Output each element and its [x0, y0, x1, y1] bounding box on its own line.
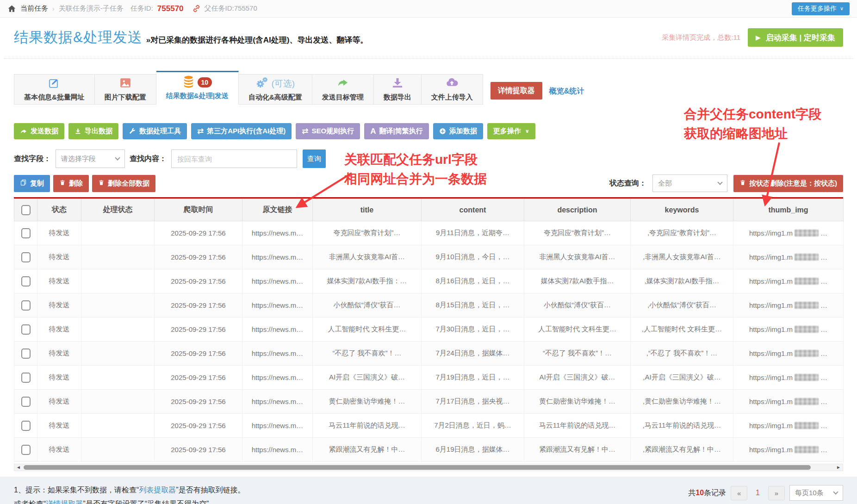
current-page: 1: [752, 489, 764, 497]
start-collect-label: 启动采集 | 定时采集: [766, 32, 835, 43]
tab-result-data[interactable]: 10结果数据&处理|发送: [156, 71, 239, 105]
pagination: 共10条记录 « 1 » 每页10条: [688, 483, 843, 501]
page-size-select[interactable]: 每页10条: [789, 485, 843, 501]
cell-crawl-time: 2025-09-29 17:56: [155, 414, 242, 438]
scroll-right-icon[interactable]: ►: [834, 464, 843, 471]
search-input[interactable]: [171, 149, 297, 168]
tab-iconrow: [391, 77, 404, 90]
cell-status: 待发送: [37, 221, 81, 245]
thumb-url-prefix: https://img1.m: [749, 422, 793, 429]
prev-page-button[interactable]: «: [731, 486, 747, 500]
bulk-row: 复制 删除 删除全部数据 状态查询： 全部 按状态删除(注意是：按状态): [14, 174, 843, 192]
row-checkbox[interactable]: [21, 228, 31, 238]
more-actions-button[interactable]: 更多操作∨: [487, 123, 535, 139]
status-query-select[interactable]: 全部: [652, 174, 727, 192]
cell-source-url: https://news.m…: [242, 221, 313, 245]
export-data-button[interactable]: 导出数据: [68, 123, 118, 139]
record-count: 共10条记录: [688, 488, 726, 498]
tab-iconrow: 10: [183, 76, 212, 89]
cell-source-url: https://news.m…: [242, 269, 313, 293]
cell-crawl-time: 2025-09-29 17:56: [155, 245, 242, 269]
trash-icon: [739, 179, 746, 187]
query-button[interactable]: 查询: [303, 149, 326, 168]
send-data-button[interactable]: 发送数据: [14, 123, 64, 139]
tab-send-target[interactable]: 发送目标管理: [312, 74, 374, 105]
send-data-label: 发送数据: [31, 127, 58, 136]
translate-button[interactable]: A翻译|简繁执行: [364, 123, 428, 139]
tab-basic-info[interactable]: 基本信息&批量网址: [14, 74, 95, 105]
list-extractor-link[interactable]: 列表提取器: [139, 486, 176, 494]
thumb-url-ellipsis: …: [820, 253, 827, 261]
cell-description: “不忍了 我不喜欢”！…: [524, 342, 631, 366]
thumb-url-ellipsis: …: [820, 422, 827, 429]
plus-icon: [439, 128, 446, 135]
cell-process-status: [81, 317, 155, 342]
data-process-tools-label: 数据处理工具: [139, 127, 181, 136]
row-checkbox[interactable]: [21, 445, 31, 455]
thumb-url-ellipsis: …: [820, 446, 827, 454]
data-process-tools-button[interactable]: 数据处理工具: [123, 123, 187, 139]
horizontal-scrollbar[interactable]: ◄ ►: [14, 464, 843, 471]
cell-thumb-img: https://img1.m…: [733, 269, 844, 293]
cell-checkbox: [14, 269, 37, 293]
row-checkbox[interactable]: [21, 421, 31, 431]
cell-keywords: ,“不忍了 我不喜欢”！…: [631, 342, 733, 366]
tab-automation[interactable]: (可选)自动化&高级配置: [239, 74, 312, 105]
start-collect-button[interactable]: ▶ 启动采集 | 定时采集: [748, 28, 843, 47]
status-query-label: 状态查询：: [609, 179, 646, 188]
tab-image-download[interactable]: 图片下载配置: [95, 74, 156, 105]
more-actions-label: 更多操作: [493, 127, 521, 136]
page-subtitle: »对已采集的数据进行各种处理(含AI处理)、导出发送、翻译等。: [146, 35, 368, 45]
copy-button[interactable]: 复制: [14, 175, 50, 192]
next-page-button[interactable]: »: [768, 486, 785, 500]
row-checkbox[interactable]: [21, 373, 31, 383]
column-header: content: [422, 199, 524, 221]
exchange-icon: ⇄: [302, 127, 308, 135]
delete-by-status-button[interactable]: 按状态删除(注意是：按状态): [733, 175, 843, 192]
header-checkbox[interactable]: [21, 205, 31, 215]
task-id-value: 755570: [157, 4, 184, 13]
row-checkbox[interactable]: [21, 348, 31, 359]
row-checkbox[interactable]: [21, 397, 31, 407]
delete-all-button[interactable]: 删除全部数据: [92, 175, 155, 192]
cell-checkbox: [14, 342, 37, 366]
tab-file-upload[interactable]: 文件上传导入: [422, 74, 483, 105]
censored-blur: [795, 278, 819, 285]
tab-data-export[interactable]: 数据导出: [374, 74, 422, 105]
breadcrumb-current[interactable]: 当前任务: [20, 4, 48, 13]
search-field-select[interactable]: 请选择字段: [56, 149, 125, 168]
scroll-left-icon[interactable]: ◄: [14, 464, 23, 471]
detail-extractor-link[interactable]: 详情提取器: [46, 500, 83, 504]
delete-button[interactable]: 删除: [53, 175, 89, 192]
detail-extractor-button[interactable]: 详情提取器: [491, 82, 542, 100]
column-header: 爬取时间: [155, 199, 242, 221]
home-icon[interactable]: [7, 4, 16, 13]
row-checkbox[interactable]: [21, 276, 31, 286]
row-checkbox[interactable]: [21, 324, 31, 335]
row-checkbox[interactable]: [21, 252, 31, 262]
thumb-url-prefix: https://img1.m: [749, 301, 793, 309]
cell-keywords: ,媒体实测7款AI数手指…: [631, 269, 733, 293]
censored-blur: [795, 302, 819, 309]
count-pre: 共: [688, 489, 696, 497]
seo-rules-button[interactable]: ⇄SEO规则执行: [296, 123, 360, 139]
tabs-row: 基本信息&批量网址图片下载配置10结果数据&处理|发送(可选)自动化&高级配置发…: [14, 71, 843, 105]
page: 当前任务 › 关联任务演示-子任务 任务ID: 755570 父任务ID:755…: [0, 0, 857, 504]
task-more-actions-button[interactable]: 任务更多操作 ∨: [792, 2, 850, 15]
overview-stats-link[interactable]: 概览&统计: [549, 87, 584, 96]
table-header-row: 状态处理状态爬取时间原文链接titlecontentdescriptionkey…: [14, 199, 844, 221]
thumb-url-ellipsis: …: [820, 301, 827, 309]
censored-blur: [795, 326, 819, 333]
row-checkbox[interactable]: [21, 300, 31, 311]
cell-content: 8月16日消息，近日，…: [422, 269, 524, 293]
third-party-api-button[interactable]: ⇄第三方API执行(含AI处理): [191, 123, 292, 139]
cell-description: 非洲黑人女孩竟靠AI首…: [524, 245, 631, 269]
optional-note: (可选): [271, 78, 295, 90]
parent-task-id-link[interactable]: 父任务ID:755570: [205, 4, 257, 13]
table-row: 待发送2025-09-29 17:56https://news.m…媒体实测7款…: [14, 269, 844, 293]
scrollbar-track[interactable]: [23, 465, 834, 470]
add-data-button[interactable]: 添加数据: [433, 123, 483, 139]
tab-label: 图片下载配置: [105, 93, 146, 102]
cell-content: 7月17日消息，据央视…: [422, 390, 524, 414]
scrollbar-thumb[interactable]: [24, 465, 811, 470]
